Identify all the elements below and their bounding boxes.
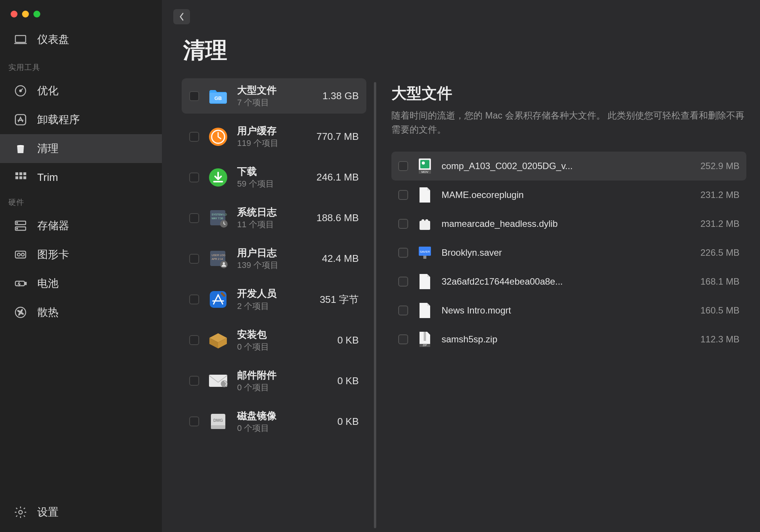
sidebar-item-dashboard[interactable]: 仪表盘 — [0, 27, 162, 57]
file-checkbox[interactable] — [398, 306, 408, 315]
sidebar-item-label: 图形卡 — [37, 247, 69, 262]
file-zip-icon: ZIP — [417, 330, 432, 348]
category-row[interactable]: DMG磁盘镜像0 个项目0 KB — [182, 404, 366, 439]
maximize-window-button[interactable] — [33, 11, 40, 17]
detail-panel: 大型文件 随着时间的流逝，您的 Mac 会累积存储各种大文件。 此类别使您可轻松… — [376, 78, 760, 532]
category-row[interactable]: 用户缓存119 个项目770.7 MB — [182, 119, 366, 154]
file-checkbox[interactable] — [398, 334, 408, 344]
category-size: 188.6 MB — [317, 212, 359, 224]
content-area: GB大型文件7 个项目1.38 GB用户缓存119 个项目770.7 MB下载5… — [162, 78, 760, 532]
fan-icon — [13, 305, 28, 320]
category-subtitle: 2 个项目 — [237, 301, 312, 312]
category-size: 42.4 MB — [322, 253, 359, 264]
svg-point-2 — [20, 90, 22, 92]
category-text: 大型文件7 个项目 — [237, 84, 315, 108]
sidebar-item-uninstaller[interactable]: 卸载程序 — [0, 105, 162, 134]
category-subtitle: 59 个项目 — [237, 178, 309, 190]
category-checkbox[interactable] — [189, 335, 199, 345]
storage-icon — [13, 218, 28, 233]
file-checkbox[interactable] — [398, 219, 408, 229]
sidebar-item-storage[interactable]: 存储器 — [0, 211, 162, 240]
svg-rect-43 — [420, 160, 429, 168]
file-row[interactable]: SAVERBrooklyn.saver226.5 MB — [391, 238, 746, 267]
category-text: 磁盘镜像0 个项目 — [237, 409, 330, 434]
file-row[interactable]: News Intro.mogrt160.5 MB — [391, 296, 746, 325]
category-checkbox[interactable] — [189, 294, 199, 304]
category-row[interactable]: 开发人员2 个项目351 字节 — [182, 282, 366, 317]
category-checkbox[interactable] — [189, 376, 199, 386]
close-window-button[interactable] — [11, 11, 17, 17]
category-title: 开发人员 — [237, 287, 312, 300]
category-row[interactable]: 邮件附件0 个项目0 KB — [182, 363, 366, 399]
svg-rect-8 — [16, 176, 19, 179]
category-list[interactable]: GB大型文件7 个项目1.38 GB用户缓存119 个项目770.7 MB下载5… — [162, 78, 374, 532]
sidebar-item-optimize[interactable]: 优化 — [0, 76, 162, 105]
file-name: 32a6afd2c17644ebea00a8e... — [442, 276, 691, 287]
topbar — [162, 0, 760, 24]
category-row[interactable]: USER LOGAPR 2:14用户日志139 个项目42.4 MB — [182, 241, 366, 276]
sidebar-item-clean[interactable]: 清理 — [0, 134, 162, 163]
svg-point-13 — [17, 222, 17, 223]
category-subtitle: 0 个项目 — [237, 423, 330, 434]
file-saver-icon: SAVER — [417, 244, 432, 262]
file-name: Brooklyn.saver — [442, 247, 691, 258]
svg-rect-40 — [211, 425, 225, 429]
category-checkbox[interactable] — [189, 254, 199, 264]
svg-text:DMG: DMG — [213, 418, 223, 423]
category-checkbox[interactable] — [189, 416, 199, 426]
category-size: 246.1 MB — [317, 171, 359, 183]
svg-point-21 — [19, 510, 22, 514]
file-checkbox[interactable] — [398, 248, 408, 258]
minimize-window-button[interactable] — [22, 11, 29, 17]
laptop-icon — [13, 32, 28, 47]
category-size: 770.7 MB — [317, 131, 359, 142]
file-name: comp_A103_C002_0205DG_v... — [442, 161, 691, 171]
svg-rect-19 — [25, 282, 26, 285]
file-row[interactable]: 32a6afd2c17644ebea00a8e...168.1 MB — [391, 267, 746, 296]
file-checkbox[interactable] — [398, 277, 408, 287]
sidebar-item-graphics[interactable]: 图形卡 — [0, 240, 162, 269]
file-lego-icon — [417, 215, 432, 233]
svg-point-17 — [21, 253, 24, 256]
svg-point-4 — [17, 145, 24, 147]
category-title: 磁盘镜像 — [237, 409, 330, 423]
svg-text:SYSTEM LO: SYSTEM LO — [212, 213, 227, 216]
category-checkbox[interactable] — [189, 91, 199, 101]
file-size: 112.3 MB — [700, 334, 739, 345]
folder-gb-icon: GB — [207, 85, 230, 108]
download-green-icon — [207, 166, 230, 189]
sidebar-item-battery[interactable]: 电池 — [0, 269, 162, 298]
file-row[interactable]: mamearcade_headless.dylib231.2 MB — [391, 209, 746, 238]
sidebar-item-label: 清理 — [37, 141, 59, 156]
sidebar-item-label: 存储器 — [37, 218, 69, 233]
svg-rect-6 — [19, 173, 22, 176]
category-row[interactable]: 下载59 个项目246.1 MB — [182, 160, 366, 195]
sidebar-item-label: 电池 — [37, 276, 59, 291]
file-row[interactable]: MAME.oecoreplugin231.2 MB — [391, 180, 746, 209]
category-row[interactable]: SYSTEM LOMAY 7:36系统日志11 个项目188.6 MB — [182, 200, 366, 236]
svg-point-16 — [17, 253, 21, 256]
grid-icon — [13, 170, 28, 185]
category-row[interactable]: GB大型文件7 个项目1.38 GB — [182, 78, 366, 114]
category-title: 用户缓存 — [237, 124, 309, 138]
file-row[interactable]: ZIPsamsh5sp.zip112.3 MB — [391, 325, 746, 354]
file-row[interactable]: MOVcomp_A103_C002_0205DG_v...252.9 MB — [391, 152, 746, 180]
category-row[interactable]: 安装包0 个项目0 KB — [182, 323, 366, 358]
category-subtitle: 0 个项目 — [237, 382, 330, 393]
file-checkbox[interactable] — [398, 190, 408, 200]
clock-orange-icon — [207, 125, 230, 148]
file-checkbox[interactable] — [398, 161, 408, 171]
file-list: MOVcomp_A103_C002_0205DG_v...252.9 MBMAM… — [391, 152, 746, 354]
category-checkbox[interactable] — [189, 132, 199, 142]
category-checkbox[interactable] — [189, 213, 199, 223]
sidebar-item-cooling[interactable]: 散热 — [0, 298, 162, 327]
sidebar-item-trim[interactable]: Trim — [0, 163, 162, 192]
file-doc-icon — [417, 272, 432, 291]
back-button[interactable] — [173, 9, 190, 24]
category-checkbox[interactable] — [189, 173, 199, 182]
svg-rect-5 — [16, 173, 19, 176]
sidebar-item-settings[interactable]: 设置 — [0, 498, 162, 532]
svg-rect-18 — [16, 281, 25, 286]
mail-icon — [207, 369, 230, 392]
file-doc-icon — [417, 301, 432, 320]
